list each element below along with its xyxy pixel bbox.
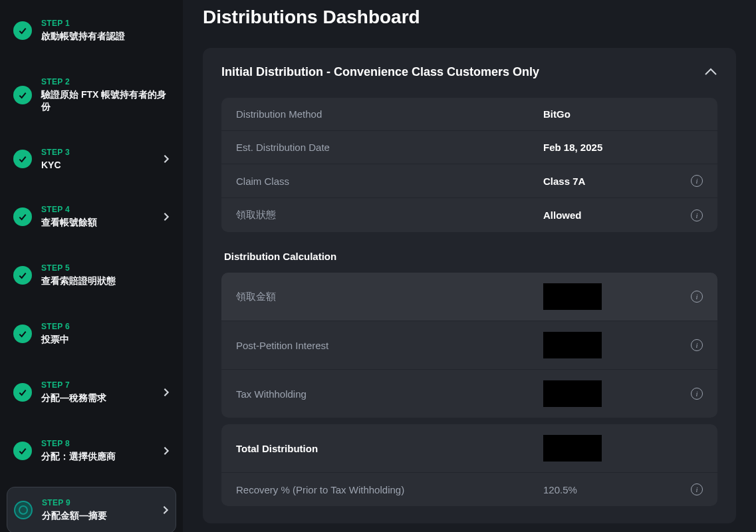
step-8[interactable]: STEP 8 分配：選擇供應商 (7, 428, 176, 473)
redacted-value (543, 332, 602, 358)
chevron-right-icon (163, 212, 170, 221)
check-icon (13, 207, 32, 226)
calc-label: Recovery % (Prior to Tax Withholding) (236, 484, 543, 495)
step-title: 查看帳號餘額 (41, 217, 163, 229)
check-icon (13, 442, 32, 460)
chevron-up-icon[interactable] (704, 66, 717, 78)
info-label: 領取狀態 (236, 209, 543, 221)
check-icon (13, 383, 32, 402)
calc-row-amount: 領取金額 i (221, 273, 717, 321)
step-title: 驗證原始 FTX 帳號持有者的身份 (41, 89, 170, 113)
calc-label: Tax Withholding (236, 388, 543, 400)
distribution-card: Initial Distribution - Convenience Class… (203, 48, 736, 523)
info-row-method: Distribution Method BitGo (221, 98, 717, 131)
check-icon (13, 325, 32, 343)
calc-heading: Distribution Calculation (224, 251, 717, 262)
step-label: STEP 1 (41, 19, 170, 28)
step-1[interactable]: STEP 1 啟動帳號持有者認證 (7, 8, 176, 53)
info-value: Class 7A (543, 176, 585, 187)
step-label: STEP 3 (41, 148, 163, 157)
chevron-right-icon (163, 446, 170, 456)
step-label: STEP 8 (41, 439, 163, 448)
step-5[interactable]: STEP 5 查看索賠證明狀態 (7, 253, 176, 298)
calc-block-1: 領取金額 i Post-Petition Interest i Tax With… (221, 273, 717, 418)
step-9[interactable]: STEP 9 分配金額—摘要 (7, 487, 176, 532)
step-3[interactable]: STEP 3 KYC (7, 137, 176, 181)
calc-label: Post-Petition Interest (236, 340, 543, 351)
step-label: STEP 4 (41, 205, 163, 214)
info-row-status: 領取狀態 Allowed i (221, 198, 717, 232)
info-label: Distribution Method (236, 108, 543, 120)
distribution-info-block: Distribution Method BitGo Est. Distribut… (221, 98, 717, 232)
chevron-right-icon (162, 505, 169, 515)
step-title: 分配—稅務需求 (41, 392, 163, 404)
calc-row-recovery: Recovery % (Prior to Tax Withholding) 12… (221, 473, 717, 506)
card-title: Initial Distribution - Convenience Class… (221, 65, 539, 79)
chevron-right-icon (163, 388, 170, 397)
step-4[interactable]: STEP 4 查看帳號餘額 (7, 194, 176, 239)
step-title: 投票中 (41, 334, 170, 346)
calc-value: 120.5% (543, 484, 577, 495)
card-header[interactable]: Initial Distribution - Convenience Class… (221, 65, 717, 79)
step-title: 分配金額—摘要 (42, 510, 162, 522)
info-label: Est. Distribution Date (236, 142, 543, 153)
info-label: Claim Class (236, 176, 543, 187)
info-icon[interactable]: i (691, 339, 703, 351)
calc-row-total: Total Distribution (221, 424, 717, 473)
step-label: STEP 6 (41, 322, 170, 331)
step-title: KYC (41, 160, 163, 170)
step-title: 啟動帳號持有者認證 (41, 31, 170, 43)
step-2[interactable]: STEP 2 驗證原始 FTX 帳號持有者的身份 (7, 66, 176, 124)
calc-label: 領取金額 (236, 291, 543, 303)
calc-block-2: Total Distribution Recovery % (Prior to … (221, 424, 717, 506)
step-label: STEP 5 (41, 263, 170, 273)
step-7[interactable]: STEP 7 分配—稅務需求 (7, 370, 176, 415)
check-icon (13, 150, 32, 168)
info-icon[interactable]: i (691, 483, 703, 495)
step-label: STEP 9 (42, 498, 162, 507)
redacted-value (543, 435, 602, 462)
page-title: Distributions Dashboard (203, 7, 736, 28)
redacted-value (543, 380, 602, 407)
step-title: 查看索賠證明狀態 (41, 275, 170, 287)
info-row-claim-class: Claim Class Class 7A i (221, 164, 717, 198)
current-step-icon (14, 501, 33, 519)
step-title: 分配：選擇供應商 (41, 451, 163, 463)
info-icon[interactable]: i (691, 209, 703, 221)
calc-row-interest: Post-Petition Interest i (221, 321, 717, 370)
info-icon[interactable]: i (691, 291, 703, 303)
info-value: Feb 18, 2025 (543, 142, 602, 153)
chevron-right-icon (163, 154, 170, 164)
info-value: Allowed (543, 209, 582, 221)
check-icon (13, 21, 32, 40)
info-icon[interactable]: i (691, 388, 703, 400)
step-6[interactable]: STEP 6 投票中 (7, 311, 176, 356)
info-row-date: Est. Distribution Date Feb 18, 2025 (221, 131, 717, 164)
sidebar: STEP 1 啟動帳號持有者認證 STEP 2 驗證原始 FTX 帳號持有者的身… (0, 0, 183, 532)
calc-row-tax: Tax Withholding i (221, 370, 717, 418)
check-icon (13, 266, 32, 285)
info-value: BitGo (543, 108, 570, 120)
main-content: Distributions Dashboard Initial Distribu… (183, 0, 756, 532)
check-icon (13, 86, 32, 104)
info-icon[interactable]: i (691, 175, 703, 187)
step-label: STEP 7 (41, 380, 163, 390)
redacted-value (543, 283, 602, 310)
calc-label: Total Distribution (236, 443, 543, 454)
step-label: STEP 2 (41, 77, 170, 86)
